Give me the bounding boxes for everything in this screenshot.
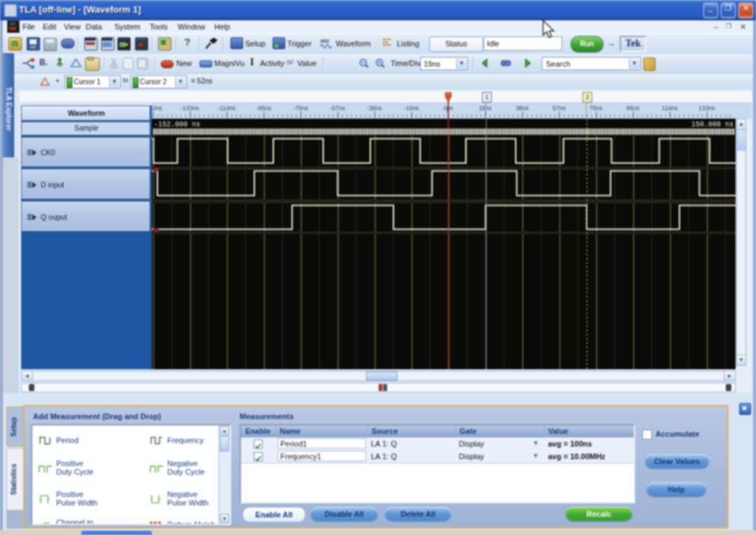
- svg-text:95ns: 95ns: [627, 105, 639, 112]
- svg-text:-19ns: -19ns: [404, 105, 419, 112]
- svg-text:MW: MW: [320, 39, 330, 44]
- svg-text:38ns: 38ns: [516, 105, 528, 112]
- svg-text:-76ns: -76ns: [293, 105, 308, 112]
- svg-text:133ns: 133ns: [698, 105, 715, 112]
- svg-text:-57ns: -57ns: [330, 105, 345, 112]
- svg-text:114ns: 114ns: [662, 105, 678, 112]
- svg-text:-114ns: -114ns: [218, 105, 235, 112]
- svg-text:-133ns: -133ns: [181, 105, 199, 112]
- svg-text:-95ns: -95ns: [256, 105, 271, 112]
- svg-text:-152.000 ns: -152.000 ns: [154, 121, 200, 128]
- svg-text:150.000 ns: 150.000 ns: [691, 121, 734, 128]
- svg-text:76ns: 76ns: [589, 105, 602, 112]
- svg-text:-152ns: -152ns: [152, 105, 162, 112]
- svg-text:57ns: 57ns: [552, 105, 565, 112]
- svg-text:-38ns: -38ns: [367, 105, 382, 112]
